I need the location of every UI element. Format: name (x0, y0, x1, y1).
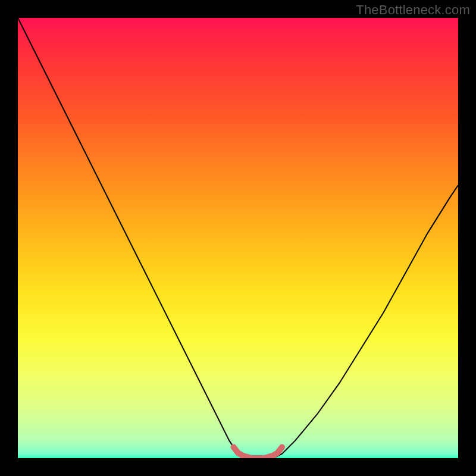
optimal-segment (234, 447, 282, 459)
chart-frame: TheBottleneck.com (0, 0, 476, 476)
plot-area (18, 18, 458, 458)
chart-svg (18, 18, 458, 458)
bottleneck-curve (18, 18, 458, 458)
watermark-text: TheBottleneck.com (356, 2, 470, 18)
